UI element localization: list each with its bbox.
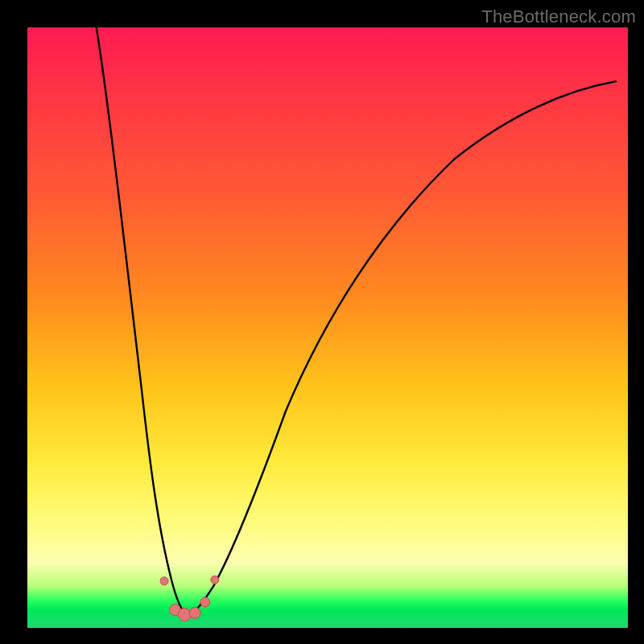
bottleneck-curve xyxy=(97,27,616,615)
marker-dot xyxy=(200,597,210,607)
curve-layer xyxy=(27,27,628,628)
marker-dot xyxy=(160,577,168,585)
trough-markers xyxy=(160,576,219,621)
marker-dot xyxy=(189,607,200,618)
marker-dot xyxy=(211,576,219,584)
watermark-text: TheBottleneck.com xyxy=(481,6,636,27)
chart-stage: TheBottleneck.com xyxy=(0,0,644,644)
